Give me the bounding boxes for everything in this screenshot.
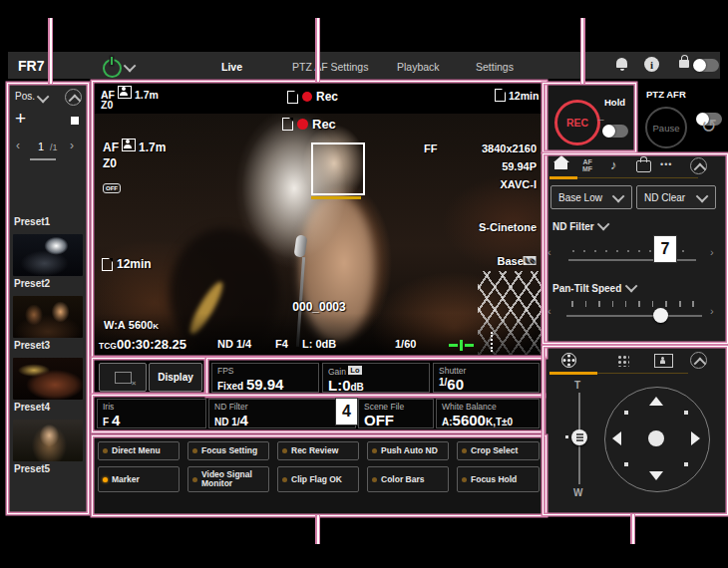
pad-right-arrow[interactable] (691, 431, 700, 445)
lock-toggle[interactable] (694, 59, 719, 72)
tab-home[interactable] (554, 155, 567, 169)
assign-button-rec-review[interactable]: Rec Review (277, 441, 359, 460)
callout-line-ptz (630, 514, 635, 544)
tab-joystick[interactable] (561, 353, 576, 368)
preset-thumbnail-2[interactable] (13, 234, 83, 276)
callout-number-7: 7 (653, 235, 677, 263)
info-cell-iris[interactable]: Iris F 4 (97, 399, 206, 428)
assign-button-marker[interactable]: Marker (98, 466, 180, 492)
gui-off-button[interactable] (99, 363, 147, 392)
assign-button-video-signal-monitor[interactable]: Video Signal Monitor (187, 466, 269, 492)
camera-panel-collapse-button[interactable] (690, 157, 707, 174)
tab-tracking[interactable] (654, 354, 673, 368)
pad-left-arrow[interactable] (612, 431, 621, 445)
nd-slider-left-arrow[interactable]: ‹ (547, 246, 551, 258)
preset-mode-select[interactable]: Pos. (15, 91, 35, 102)
lock-button[interactable] (679, 54, 689, 68)
stop-button[interactable] (71, 117, 79, 125)
info-button[interactable]: i (644, 57, 659, 72)
tab-focus[interactable]: AF MF (582, 158, 592, 172)
assign-label: Rec Review (291, 446, 338, 455)
tab-audio[interactable]: ♪ (610, 157, 617, 172)
rec-button[interactable]: REC (554, 100, 600, 145)
info-cell-nd-filter[interactable]: ND Filter ND 1/4 (208, 399, 356, 428)
assign-lamp (103, 448, 108, 453)
info-cell-gain[interactable]: Gain Lo L:0dB (322, 363, 430, 393)
ptz-panel-collapse-button[interactable] (690, 352, 707, 369)
assign-label: Marker (112, 475, 140, 484)
info-cell-scene-file[interactable]: Scene File OFF (358, 399, 434, 428)
timecode-value: 00:30:28.25 (117, 337, 186, 352)
tracking-icon (654, 354, 673, 368)
cell-small: ND 1/ (214, 417, 240, 427)
preset-thumbnail-3[interactable] (13, 296, 83, 338)
preset-thumbnail-4[interactable] (13, 358, 83, 400)
rec-hold-toggle[interactable] (603, 125, 628, 138)
nd-clear-dropdown[interactable]: ND Clear (636, 185, 716, 209)
clip-name: 000_0003 (292, 300, 345, 314)
assign-button-direct-menu[interactable]: Direct Menu (98, 441, 180, 460)
display-button[interactable]: Display (149, 363, 202, 392)
cell-big: OFF (364, 412, 394, 428)
pan-tilt-slider-track[interactable] (566, 315, 702, 317)
pad-center-button[interactable] (648, 430, 664, 446)
tab-settings[interactable]: Settings (476, 61, 514, 73)
assign-button-focus-setting[interactable]: Focus Setting (187, 441, 269, 460)
info-cell-white-balance[interactable]: White Balance A:5600K,T±0 (436, 399, 540, 428)
nd-slider-right-arrow[interactable]: › (710, 246, 714, 258)
page-prev-button[interactable]: ‹ (16, 139, 20, 152)
add-preset-button[interactable]: + (15, 108, 26, 130)
preset-label-2: Preset2 (14, 278, 50, 289)
pan-tilt-slider-left-arrow[interactable]: ‹ (547, 305, 551, 317)
tab-ptz-af-settings[interactable]: PTZ AF Settings (292, 61, 368, 73)
pad-up-arrow[interactable] (649, 397, 663, 406)
info-cell-shutter[interactable]: Shutter 1/60 (433, 363, 540, 393)
pan-tilt-slider-ticks (571, 301, 701, 307)
cell-label: Iris (103, 402, 200, 412)
tab-shooting[interactable] (636, 155, 651, 172)
page-underline (30, 158, 56, 160)
camera-tab-underline (577, 177, 698, 178)
home-icon (554, 162, 567, 169)
meter-segment (449, 344, 458, 347)
zoom-slider-thumb[interactable] (571, 429, 587, 445)
tab-playback[interactable]: Playback (397, 61, 440, 73)
assign-lamp (372, 448, 377, 453)
notifications-button[interactable] (616, 58, 627, 68)
thumb-grip-icon (576, 436, 583, 438)
preset-thumbnail-1[interactable] (13, 172, 83, 214)
assign-button-crop-select[interactable]: Crop Select (457, 441, 540, 460)
refresh-button[interactable]: ↺ (701, 115, 717, 138)
info-icon: i (644, 57, 659, 72)
sidebar-collapse-button[interactable] (65, 89, 82, 106)
tab-more[interactable]: ••• (660, 159, 672, 169)
power-button[interactable] (103, 59, 122, 78)
assign-lamp (462, 448, 467, 453)
assign-button-focus-hold[interactable]: Focus Hold (457, 466, 540, 492)
base-sensitivity-dropdown[interactable]: Base Low (550, 185, 632, 209)
status-media-remaining: 12min (495, 89, 539, 102)
nd-filter-label[interactable]: ND Filter (552, 221, 609, 232)
preset-thumbnail-5[interactable] (13, 420, 83, 461)
ptz-tab-underline-active (549, 372, 597, 375)
assign-button-color-bars[interactable]: Color Bars (367, 466, 449, 492)
tab-live[interactable]: Live (221, 61, 242, 73)
assign-lamp (462, 477, 467, 482)
pad-down-arrow[interactable] (649, 471, 663, 480)
pause-button[interactable]: Pause (645, 107, 687, 148)
pan-tilt-speed-label[interactable]: Pan-Tilt Speed (552, 283, 637, 294)
info-cell-fps[interactable]: FPS Fixed 59.94 (211, 363, 319, 393)
face-focus-underline (311, 196, 361, 199)
preset-label-3: Preset3 (14, 340, 50, 351)
cell-big: 59.94 (246, 376, 284, 393)
base-label: Base (498, 255, 524, 267)
tab-preset-grid[interactable] (616, 354, 629, 367)
zoom-wide-label: W (573, 487, 582, 498)
assign-button-push-auto-nd[interactable]: Push Auto ND (367, 441, 449, 460)
status-rec: Rec (287, 90, 338, 104)
assign-button-clip-flag-ok[interactable]: Clip Flag OK (277, 466, 359, 492)
pan-tilt-slider-thumb[interactable] (653, 308, 668, 323)
page-next-button[interactable]: › (70, 139, 74, 152)
slider-label: ND Filter (552, 221, 594, 232)
pan-tilt-slider-right-arrow[interactable]: › (710, 305, 714, 317)
